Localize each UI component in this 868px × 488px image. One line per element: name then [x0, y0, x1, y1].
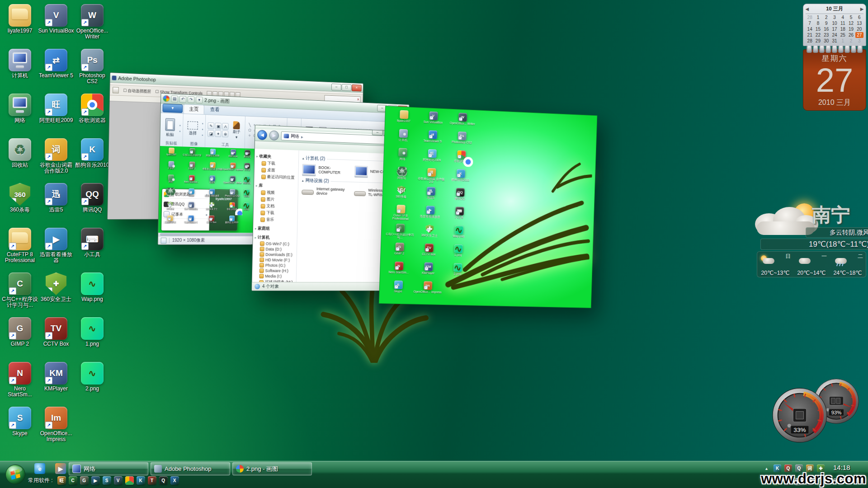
desktop-icon[interactable]: ↗ 谷歌浏览器: [74, 92, 110, 137]
calendar-day[interactable]: 30: [822, 38, 830, 44]
calendar-day[interactable]: 31: [830, 38, 839, 44]
navigation-pane[interactable]: 收藏夹下载桌面最近访问的位置库视频图片文档下载音乐家庭组计算机OS-Win7 (…: [252, 149, 299, 282]
desktop-icon[interactable]: ↗ 计算机: [2, 47, 38, 92]
desktop-icon[interactable]: ↗ 谷歌浏览器: [446, 150, 476, 169]
desktop-icon[interactable]: ↗ liyafe1997: [160, 147, 182, 161]
calendar-day[interactable]: 14: [806, 26, 814, 32]
desktop-icon[interactable]: ↗ 谷歌浏览器: [222, 202, 242, 216]
desktop-icon[interactable]: G ↗ GIMP 2: [181, 161, 202, 175]
calendar-day[interactable]: 3: [830, 14, 839, 20]
desktop-icon[interactable]: Im ↗ OpenOffice... Impress: [413, 281, 443, 300]
desktop-icon[interactable]: N ↗ Nero StartSm...: [181, 174, 202, 188]
save-button[interactable]: ▤: [171, 95, 178, 103]
network-item[interactable]: BOOK-COMPUTER: [302, 164, 352, 176]
desktop-icon[interactable]: ↗ Wap.png: [444, 225, 474, 244]
calendar-day[interactable]: 10: [830, 20, 839, 26]
desktop-icon[interactable]: ▶ ↗ 迅雷看看播放器: [202, 188, 222, 202]
minimize-button[interactable]: –: [372, 130, 383, 136]
cpu-meter-gadget[interactable]: 93% 33%: [771, 378, 868, 448]
quick-chrome[interactable]: [125, 476, 134, 485]
calendar-day[interactable]: 3: [855, 38, 863, 44]
quick-xunlei-kankan[interactable]: ▶: [91, 476, 100, 485]
desktop-icon[interactable]: KM ↗ KMPlayer: [223, 149, 244, 162]
calendar-day[interactable]: 12: [847, 20, 855, 26]
ribbon-tab[interactable]: 查看: [205, 105, 225, 115]
desktop-icon[interactable]: ▶ ↗ 迅雷看看播放器: [38, 226, 74, 271]
desktop-icon[interactable]: 迅 ↗ 迅雷5: [202, 175, 222, 188]
calendar-day[interactable]: 20: [855, 26, 863, 32]
calendar-day[interactable]: 28: [806, 38, 814, 44]
desktop-icon[interactable]: ↗ liyafe1997: [2, 3, 38, 47]
next-month-button[interactable]: ▶: [860, 7, 863, 11]
desktop-icon[interactable]: S ↗ Skype: [181, 188, 202, 202]
quick-kugou[interactable]: K: [137, 476, 145, 485]
calendar-day[interactable]: 22: [814, 32, 822, 38]
desktop-icon[interactable]: G ↗ GIMP 2: [384, 242, 415, 262]
desktop-icon[interactable]: N ↗ Nero StartSm...: [383, 261, 414, 281]
nav-item[interactable]: 计算机: [254, 234, 296, 241]
nav-item[interactable]: Photos (G:): [253, 263, 295, 268]
calendar-day[interactable]: 2: [822, 14, 830, 20]
nav-item[interactable]: 家庭组: [254, 225, 296, 232]
fill-tool-icon[interactable]: ▣: [215, 122, 222, 129]
calendar-day[interactable]: 1: [814, 14, 822, 20]
desktop-icon[interactable]: K ↗ 酷狗音乐2010: [446, 168, 476, 188]
minimize-button[interactable]: –: [331, 84, 341, 91]
pencil-tool-icon[interactable]: ✎: [208, 122, 214, 129]
desktop-icon[interactable]: K ↗ 酷狗音乐2010: [74, 137, 110, 182]
desktop-icon[interactable]: Ps ↗ Photoshop CS2: [447, 131, 476, 150]
desktop-icon[interactable]: W ↗ OpenOffice... Writer: [448, 112, 477, 131]
calendar-gadget[interactable]: ◀ 10 三月 ▶ 281234567891011121314151617181…: [803, 4, 866, 111]
auto-select-checkbox[interactable]: 自动选择图层: [123, 88, 151, 94]
desktop-icon[interactable]: ⌨ ↗ 小工具: [74, 226, 110, 271]
ribbon-small-button[interactable]: [179, 129, 180, 134]
desktop-icon[interactable]: ♻ ↗ 回收站: [2, 137, 38, 182]
nav-item[interactable]: Media (I:): [253, 273, 295, 279]
desktop-icon[interactable]: 旺 ↗ 阿里旺旺2009: [38, 92, 74, 137]
desktop-icon[interactable]: ↗ 1.png: [242, 189, 251, 202]
nav-item[interactable]: Downloads (E:): [254, 252, 296, 258]
nav-item[interactable]: OS-Win7 (C:): [254, 241, 296, 247]
calendar-day[interactable]: 26: [847, 32, 855, 38]
desktop-icon[interactable]: TV ↗ CCTV Box: [414, 243, 443, 263]
calendar-day[interactable]: 29: [814, 38, 822, 44]
desktop-icon[interactable]: V ↗ Sun VirtualBox: [418, 111, 448, 131]
paste-button[interactable]: 粘贴: [162, 114, 178, 141]
calendar-day[interactable]: 9: [822, 20, 830, 26]
desktop-icon[interactable]: ↗ 1.png: [443, 244, 473, 263]
nav-item[interactable]: HD Movie (F:): [253, 257, 295, 263]
calendar-day[interactable]: 1: [839, 38, 847, 44]
desktop-icon[interactable]: ↗ 计算机: [388, 128, 418, 149]
ribbon-small-button[interactable]: [202, 127, 203, 131]
desktop-icon[interactable]: TV ↗ CCTV Box: [201, 215, 222, 229]
task-button[interactable]: 2.png - 画图: [232, 462, 312, 475]
desktop-icon[interactable]: ☺ ↗ CuteFTP 8 Professional: [2, 226, 38, 271]
desktop-icon[interactable]: ↗ 1.png: [74, 316, 110, 361]
desktop-icon[interactable]: ⌨ ↗ 小工具: [444, 206, 474, 226]
calendar-day[interactable]: 15: [814, 26, 822, 32]
desktop-icon[interactable]: W ↗ OpenOffice... Writer: [222, 175, 243, 189]
nav-item[interactable]: Data (D:): [254, 246, 296, 252]
desktop-icon[interactable]: 迅 ↗ 迅雷5: [38, 182, 74, 226]
desktop-icon[interactable]: Im ↗ OpenOffice... Impress: [38, 405, 74, 450]
desktop-icon[interactable]: ♻ ↗ 回收站: [387, 166, 417, 186]
quick-c-learning[interactable]: C: [69, 476, 77, 485]
picker-tool-icon[interactable]: ✦: [215, 130, 221, 137]
desktop-icon[interactable]: N ↗ Nero StartSm...: [2, 361, 38, 405]
calendar-day[interactable]: 19: [847, 26, 855, 32]
quick-virtualbox[interactable]: V: [114, 476, 123, 485]
desktop-icon[interactable]: KM ↗ KMPlayer: [413, 262, 443, 281]
qat-dropdown[interactable]: ▾: [196, 97, 203, 103]
calendar-day[interactable]: 21: [806, 32, 814, 38]
desktop-icon[interactable]: TV ↗ CCTV Box: [38, 316, 74, 361]
desktop-icon[interactable]: KM ↗ KMPlayer: [38, 361, 74, 405]
desktop-icon[interactable]: 360 ↗ 360杀毒: [2, 182, 38, 226]
desktop-icon[interactable]: QQ ↗ 腾讯QQ: [445, 187, 475, 207]
magnifier-tool-icon[interactable]: ⊕: [222, 130, 228, 137]
desktop-icon[interactable]: 词 ↗ 谷歌金山词霸 合作版2.0: [38, 137, 74, 182]
calendar-day[interactable]: 27: [855, 32, 863, 38]
maximize-button[interactable]: □: [342, 84, 352, 91]
desktop-icon[interactable]: C ↗ C与C++程序设计学习与...: [385, 223, 415, 243]
desktop-icon[interactable]: ⇄ ↗ TeamViewer 5: [38, 47, 74, 92]
desktop-icon[interactable]: Ps ↗ Photoshop CS2: [222, 188, 243, 202]
